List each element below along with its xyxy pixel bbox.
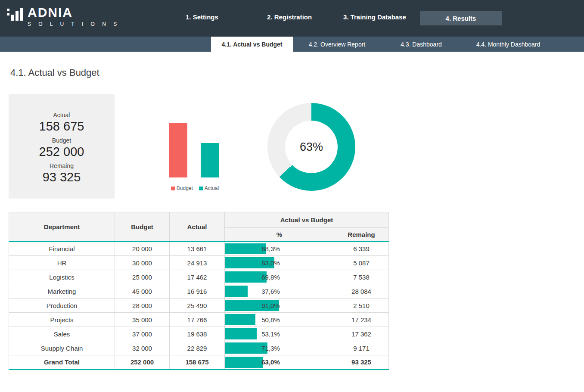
budget-legend-swatch <box>171 187 175 190</box>
actual-legend-label: Actual <box>205 185 219 191</box>
brand-subtitle: S O L U T I O N S <box>28 21 120 27</box>
summary-actual-label: Actual <box>53 112 70 118</box>
actual-legend-swatch <box>199 187 203 190</box>
cell-remaining: 6 339 <box>334 242 389 256</box>
cell-actual: 25 490 <box>170 299 225 313</box>
percent-databar <box>225 243 266 255</box>
cell-actual: 13 661 <box>170 242 225 256</box>
cell-budget: 25 000 <box>115 270 170 284</box>
cell-percent: 83,0% <box>225 256 334 270</box>
table-row: Marketing 45 000 16 916 37,6% 28 084 <box>9 284 389 299</box>
budget-bar <box>169 123 187 177</box>
table-row: Financial 20 000 13 661 68,3% 6 339 <box>9 242 389 256</box>
brand-name: ADNIA <box>28 6 120 19</box>
col-header-actual: Actual <box>170 212 225 242</box>
actual-vs-budget-table: Department Budget Actual Actual vs Budge… <box>9 212 389 370</box>
table-row: Sales 37 000 19 638 53,1% 17 362 <box>9 327 389 341</box>
cell-percent: 69,8% <box>225 270 334 284</box>
donut-chart: 63% <box>267 103 355 191</box>
table-row: Projects 35 000 17 766 50,8% 17 234 <box>9 313 389 327</box>
percent-databar <box>225 286 248 297</box>
subtab-monthly-dashboard[interactable]: 4.4. Monthly Dashboard <box>469 37 547 52</box>
cell-department-total: Grand Total <box>9 355 115 370</box>
legend-item-actual: Actual <box>199 185 219 191</box>
cell-actual: 17 766 <box>170 313 225 327</box>
cell-actual: 16 916 <box>170 284 225 299</box>
cell-department: Financial <box>9 242 115 256</box>
brand-logo: ADNIA S O L U T I O N S <box>6 6 120 27</box>
cell-department: Logistics <box>9 270 115 284</box>
budget-actual-bar-chart <box>169 123 219 177</box>
percent-databar <box>225 314 255 325</box>
cell-percent-total: 63,0% <box>225 355 334 370</box>
cell-budget: 30 000 <box>115 256 170 270</box>
cell-department: Marketing <box>9 284 115 299</box>
summary-remaining-value: 93 325 <box>43 170 81 184</box>
summary-budget-label: Budget <box>52 137 71 144</box>
cell-department: Projects <box>9 313 115 327</box>
budget-legend-label: Budget <box>177 185 193 191</box>
col-header-department: Department <box>9 212 115 242</box>
cell-budget-total: 252 000 <box>115 355 170 370</box>
cell-remaining: 7 538 <box>334 270 389 284</box>
cell-remaining: 17 234 <box>334 313 389 327</box>
cell-department: Production <box>9 299 115 313</box>
summary-actual-value: 158 675 <box>39 119 84 134</box>
cell-budget: 20 000 <box>115 242 170 256</box>
cell-remaining: 28 084 <box>334 284 389 299</box>
subtab-actual-vs-budget[interactable]: 4.1. Actual vs Budget <box>211 37 293 52</box>
donut-percentage-label: 63% <box>300 140 323 154</box>
col-header-budget: Budget <box>115 212 170 242</box>
cell-department: Sales <box>9 327 115 341</box>
nav-item-settings[interactable]: 1. Settings <box>186 13 218 21</box>
cell-actual: 17 462 <box>170 270 225 284</box>
table-row: Logistics 25 000 17 462 69,8% 7 538 <box>9 270 389 284</box>
cell-actual: 19 638 <box>170 327 225 341</box>
page: ADNIA S O L U T I O N S 1. Settings 2. R… <box>0 0 584 392</box>
cell-actual: 22 829 <box>170 341 225 355</box>
cell-department: Suupply Chain <box>9 341 115 355</box>
cell-actual: 24 913 <box>170 256 225 270</box>
cell-percent: 50,8% <box>225 313 334 327</box>
cell-percent: 68,3% <box>225 242 334 256</box>
cell-budget: 32 000 <box>115 341 170 355</box>
cell-percent: 53,1% <box>225 327 334 341</box>
grand-total-row: Grand Total 252 000 158 675 63,0% 93 325 <box>9 355 389 370</box>
summary-budget-value: 252 000 <box>39 145 84 159</box>
cell-percent: 91,0% <box>225 299 334 313</box>
summary-remaining-label: Remaing <box>50 162 74 169</box>
page-title: 4.1. Actual vs Budget <box>10 67 99 78</box>
table-row: Production 28 000 25 490 91,0% 2 510 <box>9 299 389 313</box>
bar-chart-legend: Budget Actual <box>166 185 224 191</box>
cell-remaining: 5 087 <box>334 256 389 270</box>
subtab-overview-report[interactable]: 4.2. Overview Report <box>301 37 373 52</box>
top-navbar: ADNIA S O L U T I O N S 1. Settings 2. R… <box>0 0 584 37</box>
cell-department: HR <box>9 256 115 270</box>
cell-budget: 37 000 <box>115 327 170 341</box>
table-row: Suupply Chain 32 000 22 829 71,3% 9 171 <box>9 341 389 355</box>
cell-remaining: 17 362 <box>334 327 389 341</box>
summary-card: Actual 158 675 Budget 252 000 Remaing 93… <box>9 94 115 199</box>
cell-remaining: 9 171 <box>334 341 389 355</box>
col-header-remaining: Remaing <box>334 228 389 242</box>
cell-actual-total: 158 675 <box>170 355 225 370</box>
donut-hole: 63% <box>285 121 338 173</box>
legend-item-budget: Budget <box>171 185 193 191</box>
actual-bar <box>201 143 219 177</box>
table-row: HR 30 000 24 913 83,0% 5 087 <box>9 256 389 270</box>
cell-remaining-total: 93 325 <box>334 355 389 370</box>
sub-navbar: 4.1. Actual vs Budget 4.2. Overview Repo… <box>0 37 584 52</box>
cell-remaining: 2 510 <box>334 299 389 313</box>
nav-item-training-database[interactable]: 3. Training Database <box>343 13 406 21</box>
percent-databar <box>225 271 267 283</box>
cell-budget: 28 000 <box>115 299 170 313</box>
cell-percent: 37,6% <box>225 284 334 299</box>
bar-chart-logo-icon <box>6 6 23 25</box>
nav-item-results[interactable]: 4. Results <box>420 11 502 25</box>
cell-percent: 71,3% <box>225 341 334 355</box>
cell-budget: 45 000 <box>115 284 170 299</box>
percent-databar <box>225 328 257 339</box>
cell-budget: 35 000 <box>115 313 170 327</box>
nav-item-registration[interactable]: 2. Registration <box>267 13 312 21</box>
subtab-dashboard[interactable]: 4.3. Dashboard <box>395 37 447 52</box>
